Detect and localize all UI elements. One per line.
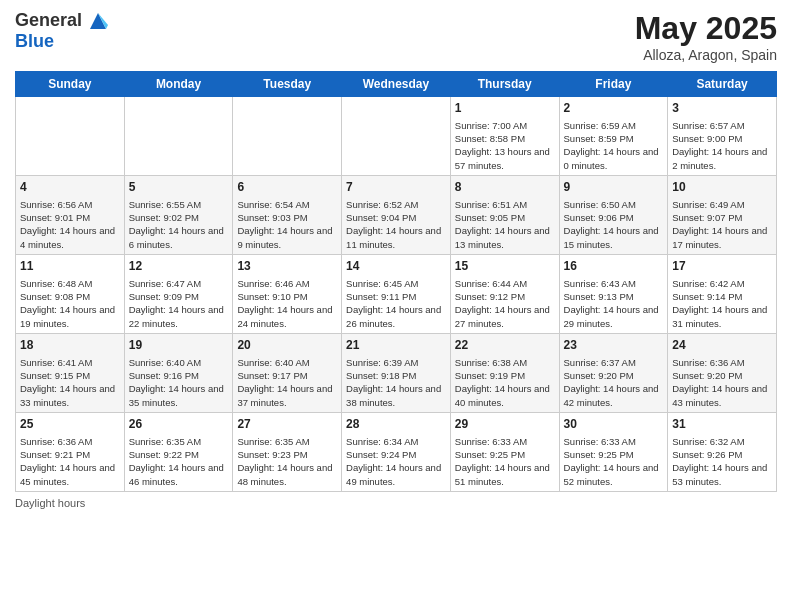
calendar-cell: 23Sunrise: 6:37 AMSunset: 9:20 PMDayligh… [559, 333, 668, 412]
calendar-week-row: 1Sunrise: 7:00 AMSunset: 8:58 PMDaylight… [16, 97, 777, 176]
sunrise-text: Sunrise: 6:55 AM [129, 198, 229, 211]
sunrise-text: Sunrise: 6:59 AM [564, 119, 664, 132]
calendar-week-row: 25Sunrise: 6:36 AMSunset: 9:21 PMDayligh… [16, 412, 777, 491]
day-number: 16 [564, 258, 664, 275]
daylight-text: Daylight: 14 hours and 26 minutes. [346, 303, 446, 330]
sunset-text: Sunset: 9:03 PM [237, 211, 337, 224]
cell-content: 10Sunrise: 6:49 AMSunset: 9:07 PMDayligh… [672, 179, 772, 251]
cell-content: 1Sunrise: 7:00 AMSunset: 8:58 PMDaylight… [455, 100, 555, 172]
cell-content: 4Sunrise: 6:56 AMSunset: 9:01 PMDaylight… [20, 179, 120, 251]
cell-content: 16Sunrise: 6:43 AMSunset: 9:13 PMDayligh… [564, 258, 664, 330]
calendar-cell: 11Sunrise: 6:48 AMSunset: 9:08 PMDayligh… [16, 254, 125, 333]
sunset-text: Sunset: 9:24 PM [346, 448, 446, 461]
sunrise-text: Sunrise: 6:40 AM [129, 356, 229, 369]
sunset-text: Sunset: 9:05 PM [455, 211, 555, 224]
calendar-cell: 9Sunrise: 6:50 AMSunset: 9:06 PMDaylight… [559, 175, 668, 254]
logo: General Blue [15, 10, 108, 52]
cell-content: 21Sunrise: 6:39 AMSunset: 9:18 PMDayligh… [346, 337, 446, 409]
daylight-text: Daylight: 14 hours and 43 minutes. [672, 382, 772, 409]
sunset-text: Sunset: 9:13 PM [564, 290, 664, 303]
sunset-text: Sunset: 9:04 PM [346, 211, 446, 224]
sunset-text: Sunset: 9:15 PM [20, 369, 120, 382]
sunset-text: Sunset: 8:58 PM [455, 132, 555, 145]
calendar-cell: 7Sunrise: 6:52 AMSunset: 9:04 PMDaylight… [342, 175, 451, 254]
day-of-week-header: Thursday [450, 72, 559, 97]
calendar-cell: 19Sunrise: 6:40 AMSunset: 9:16 PMDayligh… [124, 333, 233, 412]
sunrise-text: Sunrise: 6:54 AM [237, 198, 337, 211]
day-number: 25 [20, 416, 120, 433]
day-number: 13 [237, 258, 337, 275]
sunset-text: Sunset: 9:09 PM [129, 290, 229, 303]
sunset-text: Sunset: 9:22 PM [129, 448, 229, 461]
daylight-text: Daylight: 14 hours and 27 minutes. [455, 303, 555, 330]
cell-content: 29Sunrise: 6:33 AMSunset: 9:25 PMDayligh… [455, 416, 555, 488]
day-number: 8 [455, 179, 555, 196]
cell-content: 5Sunrise: 6:55 AMSunset: 9:02 PMDaylight… [129, 179, 229, 251]
sunset-text: Sunset: 9:02 PM [129, 211, 229, 224]
calendar-cell: 2Sunrise: 6:59 AMSunset: 8:59 PMDaylight… [559, 97, 668, 176]
cell-content: 11Sunrise: 6:48 AMSunset: 9:08 PMDayligh… [20, 258, 120, 330]
logo-text: General Blue [15, 10, 108, 52]
daylight-text: Daylight: 14 hours and 51 minutes. [455, 461, 555, 488]
daylight-text: Daylight: 13 hours and 57 minutes. [455, 145, 555, 172]
sunset-text: Sunset: 9:26 PM [672, 448, 772, 461]
daylight-text: Daylight: 14 hours and 37 minutes. [237, 382, 337, 409]
day-of-week-header: Wednesday [342, 72, 451, 97]
sunrise-text: Sunrise: 6:45 AM [346, 277, 446, 290]
daylight-text: Daylight: 14 hours and 33 minutes. [20, 382, 120, 409]
sunrise-text: Sunrise: 6:35 AM [129, 435, 229, 448]
sunrise-text: Sunrise: 6:35 AM [237, 435, 337, 448]
calendar-cell: 21Sunrise: 6:39 AMSunset: 9:18 PMDayligh… [342, 333, 451, 412]
day-of-week-header: Saturday [668, 72, 777, 97]
sunset-text: Sunset: 9:00 PM [672, 132, 772, 145]
daylight-text: Daylight: 14 hours and 53 minutes. [672, 461, 772, 488]
calendar-cell [124, 97, 233, 176]
daylight-text: Daylight: 14 hours and 22 minutes. [129, 303, 229, 330]
day-number: 18 [20, 337, 120, 354]
daylight-text: Daylight: 14 hours and 17 minutes. [672, 224, 772, 251]
day-number: 15 [455, 258, 555, 275]
cell-content: 31Sunrise: 6:32 AMSunset: 9:26 PMDayligh… [672, 416, 772, 488]
daylight-text: Daylight: 14 hours and 6 minutes. [129, 224, 229, 251]
footer-text: Daylight hours [15, 497, 85, 509]
daylight-text: Daylight: 14 hours and 4 minutes. [20, 224, 120, 251]
sunset-text: Sunset: 9:20 PM [672, 369, 772, 382]
calendar-cell: 17Sunrise: 6:42 AMSunset: 9:14 PMDayligh… [668, 254, 777, 333]
day-number: 17 [672, 258, 772, 275]
cell-content: 9Sunrise: 6:50 AMSunset: 9:06 PMDaylight… [564, 179, 664, 251]
sunrise-text: Sunrise: 6:36 AM [672, 356, 772, 369]
sunrise-text: Sunrise: 6:37 AM [564, 356, 664, 369]
cell-content: 24Sunrise: 6:36 AMSunset: 9:20 PMDayligh… [672, 337, 772, 409]
day-number: 6 [237, 179, 337, 196]
cell-content: 14Sunrise: 6:45 AMSunset: 9:11 PMDayligh… [346, 258, 446, 330]
day-of-week-header: Friday [559, 72, 668, 97]
sunset-text: Sunset: 9:19 PM [455, 369, 555, 382]
calendar-cell [233, 97, 342, 176]
sunset-text: Sunset: 9:12 PM [455, 290, 555, 303]
day-number: 27 [237, 416, 337, 433]
calendar: SundayMondayTuesdayWednesdayThursdayFrid… [15, 71, 777, 492]
daylight-text: Daylight: 14 hours and 13 minutes. [455, 224, 555, 251]
calendar-cell: 16Sunrise: 6:43 AMSunset: 9:13 PMDayligh… [559, 254, 668, 333]
day-number: 11 [20, 258, 120, 275]
calendar-cell: 8Sunrise: 6:51 AMSunset: 9:05 PMDaylight… [450, 175, 559, 254]
sunrise-text: Sunrise: 6:42 AM [672, 277, 772, 290]
sunset-text: Sunset: 9:01 PM [20, 211, 120, 224]
day-number: 29 [455, 416, 555, 433]
day-number: 10 [672, 179, 772, 196]
day-number: 23 [564, 337, 664, 354]
sunrise-text: Sunrise: 6:51 AM [455, 198, 555, 211]
day-number: 3 [672, 100, 772, 117]
calendar-week-row: 4Sunrise: 6:56 AMSunset: 9:01 PMDaylight… [16, 175, 777, 254]
cell-content: 15Sunrise: 6:44 AMSunset: 9:12 PMDayligh… [455, 258, 555, 330]
calendar-cell: 29Sunrise: 6:33 AMSunset: 9:25 PMDayligh… [450, 412, 559, 491]
sunset-text: Sunset: 8:59 PM [564, 132, 664, 145]
day-number: 30 [564, 416, 664, 433]
day-number: 12 [129, 258, 229, 275]
footer-note: Daylight hours [15, 497, 777, 509]
logo-wordmark: General [15, 10, 108, 31]
sunset-text: Sunset: 9:07 PM [672, 211, 772, 224]
daylight-text: Daylight: 14 hours and 40 minutes. [455, 382, 555, 409]
sunrise-text: Sunrise: 6:34 AM [346, 435, 446, 448]
day-number: 22 [455, 337, 555, 354]
